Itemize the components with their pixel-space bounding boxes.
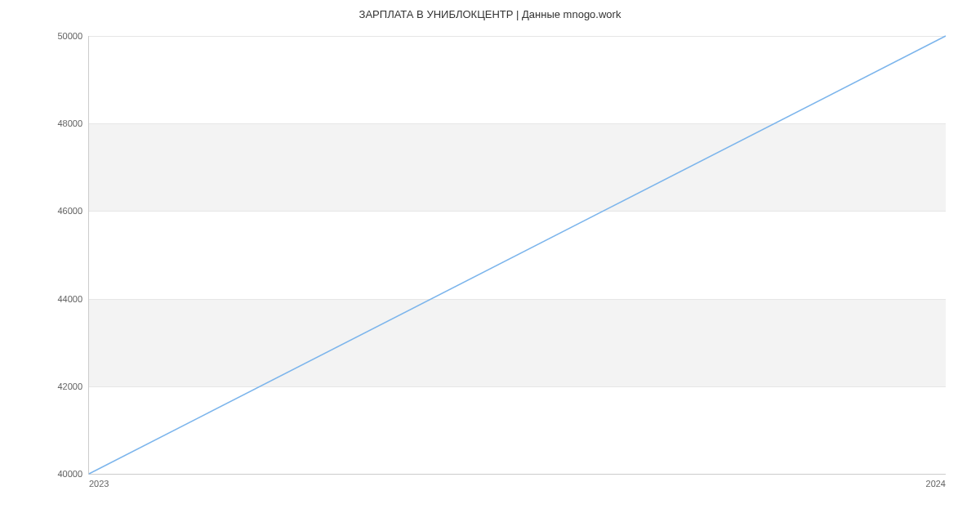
x-tick-label: 2024 <box>926 479 946 489</box>
y-tick-label: 50000 <box>57 31 82 41</box>
chart-title: ЗАРПЛАТА В УНИБЛОКЦЕНТР | Данные mnogo.w… <box>0 0 980 20</box>
y-tick-label: 42000 <box>57 382 82 391</box>
y-tick-label: 48000 <box>57 118 82 128</box>
data-line <box>89 36 946 474</box>
y-tick-label: 46000 <box>57 206 82 216</box>
x-tick-label: 2023 <box>89 479 109 489</box>
chart-plot-area: 50000 48000 46000 44000 42000 40000 2023… <box>88 36 946 475</box>
y-tick-label: 44000 <box>57 294 82 304</box>
plot-area: 50000 48000 46000 44000 42000 40000 2023… <box>88 36 946 475</box>
svg-line-0 <box>89 36 946 474</box>
y-tick-label: 40000 <box>57 469 82 479</box>
